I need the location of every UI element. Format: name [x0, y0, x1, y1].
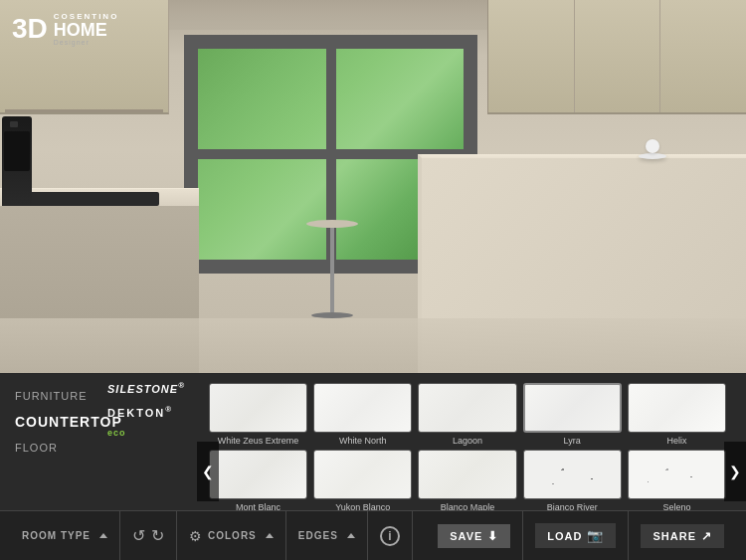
logo-text-block: COSENTINO HOME Designer: [54, 12, 119, 46]
tile-seleno[interactable]: Seleno: [628, 450, 726, 512]
load-label: LOAD: [547, 530, 582, 542]
tile-swatch-white-north: [313, 383, 412, 433]
scene-view: 3D COSENTINO HOME Designer: [0, 0, 746, 373]
tile-swatch-seleno: [628, 450, 726, 499]
toolbar-load: LOAD 📷: [523, 511, 629, 560]
share-label: SHARE: [653, 530, 696, 542]
logo-designer: Designer: [54, 39, 119, 46]
floor: [0, 318, 746, 373]
bottom-panel: ❮ ❯ FURNITURE COUNTERTOP FLOOR SILESTONE…: [0, 373, 746, 560]
tile-mont-blanc[interactable]: Mont Blanc: [209, 450, 307, 512]
toolbar-save: SAVE ⬇: [426, 511, 523, 560]
brand-silestone[interactable]: SILESTONE®: [107, 381, 185, 395]
save-button[interactable]: SAVE ⬇: [438, 524, 510, 548]
brand-eco[interactable]: eco: [107, 428, 185, 438]
tile-blanco-maple[interactable]: Blanco Maple: [418, 450, 516, 512]
tile-row-2: Mont BlancYukon BlancoBlanco MapleBianco…: [209, 450, 726, 512]
plate: [639, 153, 666, 159]
stool: [306, 220, 358, 318]
tile-swatch-mont-blanc: [209, 450, 307, 499]
bowl: [646, 139, 659, 153]
undo-button[interactable]: ↺: [132, 526, 145, 545]
toolbar: ROOM TYPE ↺ ↻ ⚙ COLORS EDGES i SAVE: [0, 510, 746, 560]
category-floor[interactable]: FLOOR: [15, 440, 184, 456]
room-type-label: ROOM TYPE: [22, 530, 91, 541]
tile-white-zeus-extreme[interactable]: White Zeus Extreme: [209, 383, 307, 446]
colors-chevron-icon[interactable]: [266, 533, 274, 538]
save-label: SAVE: [450, 530, 482, 542]
toolbar-info: i: [368, 511, 413, 560]
tile-bianco-river[interactable]: Bianco River: [523, 450, 622, 512]
logo-3d-text: 3D: [12, 15, 48, 43]
toolbar-room-type: ROOM TYPE: [10, 511, 120, 560]
cabinet-right: [487, 0, 746, 114]
tile-swatch-lagoon: [418, 383, 516, 433]
tile-swatch-helix: [628, 383, 726, 433]
tiles-area: White Zeus ExtremeWhite NorthLagoonLyraH…: [199, 378, 746, 510]
tile-lyra[interactable]: Lyra: [523, 383, 622, 446]
save-icon: ⬇: [487, 529, 498, 543]
info-button[interactable]: i: [380, 526, 400, 546]
cooktop: [30, 192, 159, 206]
tile-label-lyra: Lyra: [564, 436, 581, 446]
carousel-prev-button[interactable]: ❮: [197, 442, 219, 501]
tile-swatch-lyra: [523, 383, 622, 433]
tile-white-north[interactable]: White North: [313, 383, 412, 446]
colors-label: COLORS: [208, 530, 257, 541]
edges-label: EDGES: [298, 530, 338, 541]
brand-logos: SILESTONE® DEKTON® eco: [107, 381, 185, 438]
tile-label-helix: Helix: [666, 436, 686, 446]
tile-label-white-north: White North: [339, 436, 387, 446]
toolbar-edges: EDGES: [286, 511, 368, 560]
tile-swatch-white-zeus-extreme: [209, 383, 307, 433]
share-button[interactable]: SHARE ↗: [641, 524, 724, 548]
redo-button[interactable]: ↻: [151, 526, 164, 545]
carousel-next-button[interactable]: ❯: [724, 442, 746, 501]
tile-row-1: White Zeus ExtremeWhite NorthLagoonLyraH…: [209, 383, 726, 446]
tile-label-lagoon: Lagoon: [453, 436, 482, 446]
logo-home: HOME: [54, 21, 119, 39]
tile-swatch-blanco-maple: [418, 450, 516, 499]
tile-helix[interactable]: Helix: [628, 383, 726, 446]
camera-icon: 📷: [587, 528, 604, 543]
toolbar-share: SHARE ↗: [629, 511, 736, 560]
share-icon: ↗: [701, 529, 712, 543]
tile-swatch-bianco-river: [523, 450, 622, 499]
chevron-right-icon: ❯: [729, 464, 741, 479]
brand-dekton[interactable]: DEKTON®: [107, 405, 185, 419]
tile-yukon-blanco[interactable]: Yukon Blanco: [313, 450, 412, 512]
toolbar-undo-redo: ↺ ↻: [120, 511, 177, 560]
toolbar-colors: ⚙ COLORS: [177, 511, 286, 560]
tile-label-white-zeus-extreme: White Zeus Extreme: [218, 436, 299, 446]
coffee-maker: [2, 116, 32, 206]
load-button[interactable]: LOAD 📷: [535, 523, 616, 548]
app-logo: 3D COSENTINO HOME Designer: [12, 12, 118, 46]
edges-chevron-icon[interactable]: [347, 533, 355, 538]
tile-lagoon[interactable]: Lagoon: [418, 383, 516, 446]
chevron-left-icon: ❮: [202, 464, 214, 479]
colors-settings-icon: ⚙: [189, 528, 202, 544]
room-type-chevron-icon[interactable]: [99, 533, 107, 538]
tile-swatch-yukon-blanco: [313, 450, 412, 499]
